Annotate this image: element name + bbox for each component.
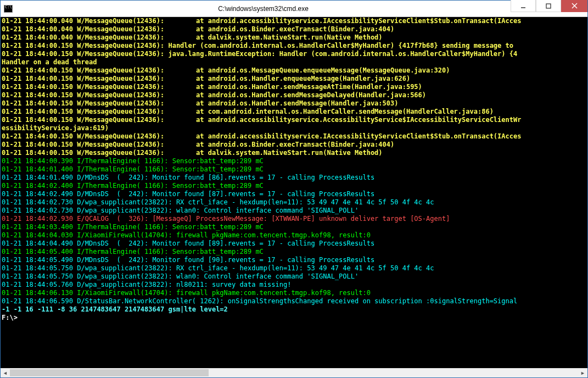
- log-line: 01-21 18:44:00.150 W/MessageQueue(12436)…: [2, 141, 586, 149]
- log-line: 01-21 18:44:02.490 D/MDnsDS ( 242): Moni…: [2, 190, 586, 198]
- log-line: 01-21 18:44:00.150 W/MessageQueue(12436)…: [2, 42, 586, 50]
- window-title: C:\windows\system32\cmd.exe: [16, 5, 511, 13]
- log-line: Handler on a dead thread: [2, 58, 586, 66]
- window-buttons: [511, 1, 587, 16]
- log-line: 01-21 18:44:02.730 D/wpa_supplicant(2382…: [2, 198, 586, 207]
- log-line: 01-21 18:44:04.030 I/XiaomiFirewall(1470…: [2, 231, 586, 240]
- scroll-thumb[interactable]: [10, 369, 209, 376]
- log-line: 01-21 18:44:05.750 D/wpa_supplicant(2382…: [2, 273, 586, 281]
- log-line: essibilityService.java:619): [2, 124, 586, 132]
- app-icon: C:\.: [1, 1, 16, 16]
- log-line: 01-21 18:44:05.760 D/wpa_supplicant(2382…: [2, 281, 586, 289]
- log-line: 01-21 18:44:02.730 D/wpa_supplicant(2382…: [2, 207, 586, 215]
- log-line: 01-21 18:44:05.750 D/wpa_supplicant(2382…: [2, 264, 586, 273]
- svg-rect-1: [546, 4, 551, 8]
- prompt-line[interactable]: F:\>: [2, 314, 586, 322]
- log-line: 01-21 18:44:00.150 W/MessageQueue(12436)…: [2, 99, 586, 108]
- log-line: 01-21 18:44:04.490 D/MDnsDS ( 242): Moni…: [2, 240, 586, 248]
- log-line: 01-21 18:44:02.930 E/QCALOG ( 326): [Mes…: [2, 215, 586, 223]
- log-line: 01-21 18:44:00.150 W/MessageQueue(12436)…: [2, 116, 586, 124]
- log-line: -1 -1 16 -111 -8 36 2147483647 214748364…: [2, 305, 586, 314]
- log-line: 01-21 18:44:00.040 W/MessageQueue(12436)…: [2, 34, 586, 42]
- log-line: 01-21 18:44:00.390 I/ThermalEngine( 1166…: [2, 157, 586, 165]
- log-line: 01-21 18:44:03.400 I/ThermalEngine( 1166…: [2, 223, 586, 231]
- minimize-button[interactable]: [511, 0, 536, 12]
- log-line: 01-21 18:44:01.490 D/MDnsDS ( 242): Moni…: [2, 174, 586, 182]
- log-line: 01-21 18:44:00.150 W/MessageQueue(12436)…: [2, 149, 586, 157]
- log-line: 01-21 18:44:00.150 W/MessageQueue(12436)…: [2, 66, 586, 75]
- log-line: 01-21 18:44:00.150 W/MessageQueue(12436)…: [2, 108, 586, 116]
- terminal-output[interactable]: 01-21 18:44:00.040 W/MessageQueue(12436)…: [1, 17, 587, 368]
- log-line: 01-21 18:44:05.400 I/ThermalEngine( 1166…: [2, 248, 586, 256]
- log-line: 01-21 18:44:02.400 I/ThermalEngine( 1166…: [2, 182, 586, 190]
- scroll-left-arrow-icon[interactable]: ◄: [1, 368, 10, 377]
- log-line: 01-21 18:44:00.040 W/MessageQueue(12436)…: [2, 17, 586, 25]
- close-button[interactable]: [561, 0, 587, 12]
- maximize-button[interactable]: [536, 0, 561, 12]
- titlebar[interactable]: C:\. C:\windows\system32\cmd.exe: [1, 1, 587, 17]
- log-line: 01-21 18:44:00.040 W/MessageQueue(12436)…: [2, 25, 586, 34]
- scroll-track[interactable]: [10, 368, 578, 377]
- log-line: 01-21 18:44:01.400 I/ThermalEngine( 1166…: [2, 165, 586, 174]
- cmd-icon: C:\.: [4, 5, 13, 13]
- log-line: 01-21 18:44:00.150 W/MessageQueue(12436)…: [2, 132, 586, 141]
- maximize-icon: [546, 3, 551, 9]
- log-line: 01-21 18:44:00.150 W/MessageQueue(12436)…: [2, 50, 586, 58]
- minimize-icon: [520, 3, 526, 9]
- log-line: 01-21 18:44:05.490 D/MDnsDS ( 242): Moni…: [2, 256, 586, 264]
- log-line: 01-21 18:44:00.150 W/MessageQueue(12436)…: [2, 91, 586, 99]
- log-line: 01-21 18:44:06.130 I/XiaomiFirewall(1470…: [2, 289, 586, 297]
- horizontal-scrollbar[interactable]: ◄ ►: [1, 368, 587, 377]
- log-line: 01-21 18:44:00.150 W/MessageQueue(12436)…: [2, 75, 586, 83]
- close-icon: [572, 3, 578, 9]
- terminal-area: 01-21 18:44:00.040 W/MessageQueue(12436)…: [1, 17, 587, 377]
- log-line: 01-21 18:44:06.590 D/StatusBar.NetworkCo…: [2, 297, 586, 305]
- scroll-right-arrow-icon[interactable]: ►: [578, 368, 587, 377]
- cmd-window: C:\. C:\windows\system32\cmd.exe 01-21 1…: [0, 0, 588, 378]
- log-line: 01-21 18:44:00.150 W/MessageQueue(12436)…: [2, 83, 586, 91]
